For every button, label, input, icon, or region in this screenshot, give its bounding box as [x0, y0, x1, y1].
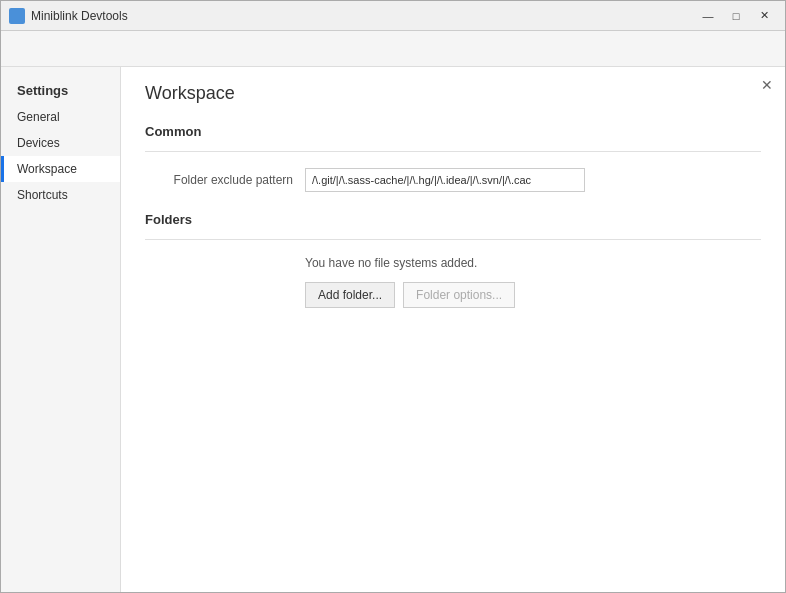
- folder-exclude-row: Folder exclude pattern: [145, 168, 761, 192]
- sidebar-item-shortcuts[interactable]: Shortcuts: [1, 182, 120, 208]
- title-bar: Miniblink Devtools — □ ✕: [1, 1, 785, 31]
- folders-section: Folders You have no file systems added. …: [145, 212, 761, 308]
- window-title: Miniblink Devtools: [31, 9, 695, 23]
- content-area: ✕ Workspace Common Folder exclude patter…: [121, 67, 785, 592]
- sidebar: Settings General Devices Workspace Short…: [1, 67, 121, 592]
- sidebar-item-general[interactable]: General: [1, 104, 120, 130]
- folders-section-title: Folders: [145, 212, 761, 227]
- common-divider: [145, 151, 761, 152]
- app-icon: [9, 8, 25, 24]
- sidebar-item-workspace[interactable]: Workspace: [1, 156, 120, 182]
- toolbar: [1, 31, 785, 67]
- window-close-button[interactable]: ✕: [751, 6, 777, 26]
- main-window: Miniblink Devtools — □ ✕ Settings Genera…: [0, 0, 786, 593]
- folder-buttons-row: Add folder... Folder options...: [305, 282, 761, 308]
- maximize-button[interactable]: □: [723, 6, 749, 26]
- main-area: Settings General Devices Workspace Short…: [1, 67, 785, 592]
- folder-exclude-input[interactable]: [305, 168, 585, 192]
- no-folders-text: You have no file systems added.: [305, 256, 761, 270]
- content-close-button[interactable]: ✕: [757, 75, 777, 95]
- page-title: Workspace: [145, 83, 761, 104]
- minimize-button[interactable]: —: [695, 6, 721, 26]
- title-bar-controls: — □ ✕: [695, 6, 777, 26]
- sidebar-item-devices[interactable]: Devices: [1, 130, 120, 156]
- folder-options-button[interactable]: Folder options...: [403, 282, 515, 308]
- sidebar-section-title: Settings: [1, 75, 120, 104]
- add-folder-button[interactable]: Add folder...: [305, 282, 395, 308]
- folders-divider: [145, 239, 761, 240]
- common-section-title: Common: [145, 124, 761, 139]
- folder-exclude-label: Folder exclude pattern: [145, 173, 305, 187]
